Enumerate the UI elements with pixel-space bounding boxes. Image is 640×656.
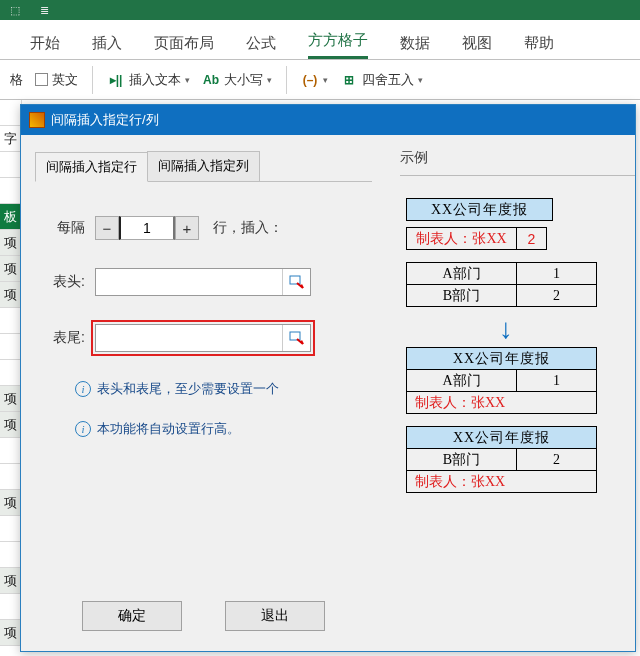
ok-button[interactable]: 确定 xyxy=(82,601,182,631)
ex-maker: 制表人：张XX xyxy=(407,392,597,414)
ex-deptB: B部门 xyxy=(407,285,517,307)
ribbon-separator xyxy=(92,66,93,94)
row-cell xyxy=(0,360,22,386)
ribbon-round[interactable]: ⊞ 四舍五入 ▾ xyxy=(336,69,427,91)
chevron-down-icon: ▾ xyxy=(418,75,423,85)
info-icon: i xyxy=(75,381,91,397)
titlebar-icon: ⬚ xyxy=(10,4,20,17)
ex-title: XX公司年度报 xyxy=(407,199,553,221)
footer-range-input[interactable] xyxy=(96,325,282,351)
arrow-down-icon: ↓ xyxy=(406,313,606,345)
row-cell xyxy=(0,542,22,568)
ribbon-brackets[interactable]: (–) ▾ xyxy=(297,69,332,91)
range-picker-button[interactable] xyxy=(282,325,310,351)
ex-title: XX公司年度报 xyxy=(407,427,597,449)
checkbox-icon xyxy=(35,73,48,86)
interval-input[interactable] xyxy=(119,216,175,240)
dialog-title-text: 间隔插入指定行/列 xyxy=(51,111,159,129)
ex-a1: 1 xyxy=(517,370,597,392)
tab-insert-rows[interactable]: 间隔插入指定行 xyxy=(35,152,148,182)
header-label: 表头: xyxy=(35,273,95,291)
dialog-icon xyxy=(29,112,45,128)
range-picker-icon xyxy=(289,331,305,345)
tab-ffgz[interactable]: 方方格子 xyxy=(308,31,368,59)
row-cell: 项 xyxy=(0,386,22,412)
tab-view[interactable]: 视图 xyxy=(462,34,492,59)
range-picker-button[interactable] xyxy=(282,269,310,295)
row-cell xyxy=(0,438,22,464)
ribbon-english-check[interactable]: 英文 xyxy=(31,69,82,91)
ribbon-insert-text-label: 插入文本 xyxy=(129,71,181,89)
tab-layout[interactable]: 页面布局 xyxy=(154,34,214,59)
ex-b1: 2 xyxy=(517,285,597,307)
tab-insert[interactable]: 插入 xyxy=(92,34,122,59)
interval-stepper: − + xyxy=(95,216,199,240)
row-cell: 项 xyxy=(0,620,22,646)
tab-start[interactable]: 开始 xyxy=(30,34,60,59)
case-icon: Ab xyxy=(202,71,220,89)
row-cell: 项 xyxy=(0,490,22,516)
row-cell xyxy=(0,308,22,334)
row-cell: 项 xyxy=(0,256,22,282)
step-minus-button[interactable]: − xyxy=(95,216,119,240)
header-range-input[interactable] xyxy=(96,269,282,295)
ribbon-case[interactable]: Ab 大小写 ▾ xyxy=(198,69,276,91)
ex-deptB: B部门 xyxy=(407,449,517,471)
example-before-data: A部门1 B部门2 xyxy=(406,262,597,307)
ribbon-round-label: 四舍五入 xyxy=(362,71,414,89)
tab-insert-cols[interactable]: 间隔插入指定列 xyxy=(147,151,260,181)
info-text: 本功能将自动设置行高。 xyxy=(97,420,240,438)
ribbon-ge[interactable]: 格 xyxy=(6,69,27,91)
info-row-height: i 本功能将自动设置行高。 xyxy=(75,420,372,438)
row-cell xyxy=(0,334,22,360)
round-icon: ⊞ xyxy=(340,71,358,89)
insert-rows-dialog: 间隔插入指定行/列 间隔插入指定行 间隔插入指定列 每隔 − + 行，插入： 表… xyxy=(20,104,636,652)
brackets-icon: (–) xyxy=(301,71,319,89)
example-section-label: 示例 xyxy=(400,149,635,167)
dialog-left-panel: 间隔插入指定行 间隔插入指定列 每隔 − + 行，插入： 表头: xyxy=(21,135,386,651)
titlebar-icon: ≣ xyxy=(40,4,49,17)
ribbon-tabs: 开始 插入 页面布局 公式 方方格子 数据 视图 帮助 xyxy=(0,20,640,60)
footer-label: 表尾: xyxy=(35,329,95,347)
dialog-titlebar[interactable]: 间隔插入指定行/列 xyxy=(21,105,635,135)
ex-maker: 制表人：张XX xyxy=(407,228,517,250)
chevron-down-icon: ▾ xyxy=(323,75,328,85)
unit-label: 行，插入： xyxy=(213,219,283,237)
step-plus-button[interactable]: + xyxy=(175,216,199,240)
every-label: 每隔 xyxy=(35,219,95,237)
example-panel: 示例 XX公司年度报 制表人：张XX2 A部门1 B部门2 ↓ XX公司年度报 … xyxy=(386,135,635,651)
ribbon-english-label: 英文 xyxy=(52,71,78,89)
tab-help[interactable]: 帮助 xyxy=(524,34,554,59)
row-cell xyxy=(0,594,22,620)
svg-rect-0 xyxy=(290,276,300,284)
info-icon: i xyxy=(75,421,91,437)
example-before: XX公司年度报 xyxy=(406,198,553,221)
cancel-button[interactable]: 退出 xyxy=(225,601,325,631)
row-cell: 项 xyxy=(0,568,22,594)
range-picker-icon xyxy=(289,275,305,289)
row-cell: 项 xyxy=(0,412,22,438)
ribbon-insert-text[interactable]: ▸|| 插入文本 ▾ xyxy=(103,69,194,91)
info-text: 表头和表尾，至少需要设置一个 xyxy=(97,380,279,398)
ex-title: XX公司年度报 xyxy=(407,348,597,370)
row-cell xyxy=(0,516,22,542)
ribbon-case-label: 大小写 xyxy=(224,71,263,89)
ribbon-separator xyxy=(286,66,287,94)
sheet-row-headers: 字 板 项 项 项 项 项 项 项 项 xyxy=(0,100,22,656)
insert-text-icon: ▸|| xyxy=(107,71,125,89)
ex-deptA: A部门 xyxy=(407,370,517,392)
row-cell: 字 xyxy=(0,126,22,152)
ribbon: 格 英文 ▸|| 插入文本 ▾ Ab 大小写 ▾ (–) ▾ ⊞ 四舍五入 ▾ xyxy=(0,60,640,100)
ex-v: 2 xyxy=(517,228,547,250)
row-cell xyxy=(0,464,22,490)
row-cell xyxy=(0,152,22,178)
row-cell: 项 xyxy=(0,230,22,256)
example-before-row: 制表人：张XX2 xyxy=(406,227,547,250)
tab-data[interactable]: 数据 xyxy=(400,34,430,59)
excel-titlebar: ⬚ ≣ xyxy=(0,0,640,20)
svg-rect-1 xyxy=(290,332,300,340)
row-cell xyxy=(0,100,22,126)
ex-deptA: A部门 xyxy=(407,263,517,285)
tab-formula[interactable]: 公式 xyxy=(246,34,276,59)
example-after-1: XX公司年度报 A部门1 制表人：张XX xyxy=(406,347,597,414)
